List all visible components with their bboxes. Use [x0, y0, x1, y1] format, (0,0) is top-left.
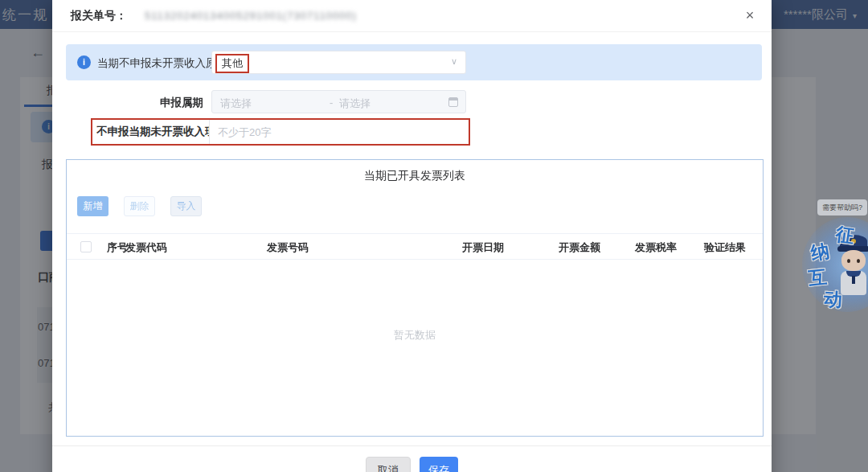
dialog-header: 报关单号： 511320240134005291001(7307110000) … [52, 0, 772, 32]
period-separator: - [330, 96, 333, 109]
empty-data-text: 暂无数据 [67, 328, 763, 343]
unbilled-reason-select[interactable]: 其他 ∨ [211, 51, 466, 74]
invoice-list-title: 当期已开具发票列表 [67, 169, 763, 183]
screen: 国统一规 ******限公司▾ ← 报关单 i 报 口商 071 071 共 需… [0, 0, 868, 472]
close-icon[interactable]: × [741, 6, 759, 24]
declaration-number-label: 报关单号： [71, 9, 127, 23]
col-invoice-amount: 开票金额 [559, 240, 600, 255]
col-invoice-code: 发票代码 [125, 240, 167, 255]
col-tax-rate: 发票税率 [635, 240, 677, 255]
issued-invoice-panel: 当期已开具发票列表 新增 删除 导入 序号 发票代码 发票号码 开票日期 开票金… [66, 159, 764, 437]
officer-eye [847, 259, 850, 263]
officer-face [841, 250, 866, 271]
reason-field-highlighted: 不申报当期未开票收入理由 [91, 118, 470, 146]
save-button[interactable]: 保存 [420, 457, 458, 472]
mascot-char: 征 [834, 222, 856, 249]
officer-eye [857, 259, 860, 263]
calendar-icon [448, 97, 458, 107]
delete-invoice-button[interactable]: 删除 [124, 196, 155, 216]
period-end-placeholder: 请选择 [339, 96, 371, 111]
footer-divider [52, 445, 772, 446]
col-invoice-number: 发票号码 [267, 240, 309, 255]
info-icon: i [77, 55, 91, 69]
mascot-char: 动 [823, 286, 843, 313]
chevron-down-icon: ∨ [451, 56, 457, 67]
col-invoice-date: 开票日期 [462, 240, 504, 255]
declaration-number-masked: 511320240134005291001(7307110000) [145, 10, 357, 22]
period-start-placeholder: 请选择 [220, 96, 252, 111]
reason-banner: i 当期不申报未开票收入原因 其他 ∨ [66, 44, 762, 80]
declare-period-range-picker[interactable]: 请选择 - 请选择 [211, 90, 466, 113]
assistant-speech-bubble[interactable]: 需要帮助吗? [817, 199, 867, 215]
reason-field-label: 不申报当期未开票收入理由 [92, 120, 209, 144]
declaration-dialog: 报关单号： 511320240134005291001(7307110000) … [52, 0, 772, 472]
declare-period-label: 申报属期 [67, 96, 203, 110]
add-invoice-button[interactable]: 新增 [77, 196, 108, 216]
reason-banner-label: 当期不申报未开票收入原因 [97, 56, 227, 71]
col-verify-result: 验证结果 [704, 240, 746, 255]
select-all-checkbox[interactable] [80, 241, 92, 252]
reason-input[interactable] [209, 120, 469, 144]
selected-reason-highlighted: 其他 [215, 54, 249, 73]
import-invoice-button[interactable]: 导入 [170, 196, 202, 216]
invoice-table-header: 序号 发票代码 发票号码 开票日期 开票金额 发票税率 验证结果 [67, 233, 763, 260]
cancel-button[interactable]: 取消 [366, 457, 411, 472]
assistant-mascot-widget[interactable]: 需要帮助吗? 征 纳 互 动 [800, 196, 868, 317]
officer-tie [852, 276, 855, 284]
